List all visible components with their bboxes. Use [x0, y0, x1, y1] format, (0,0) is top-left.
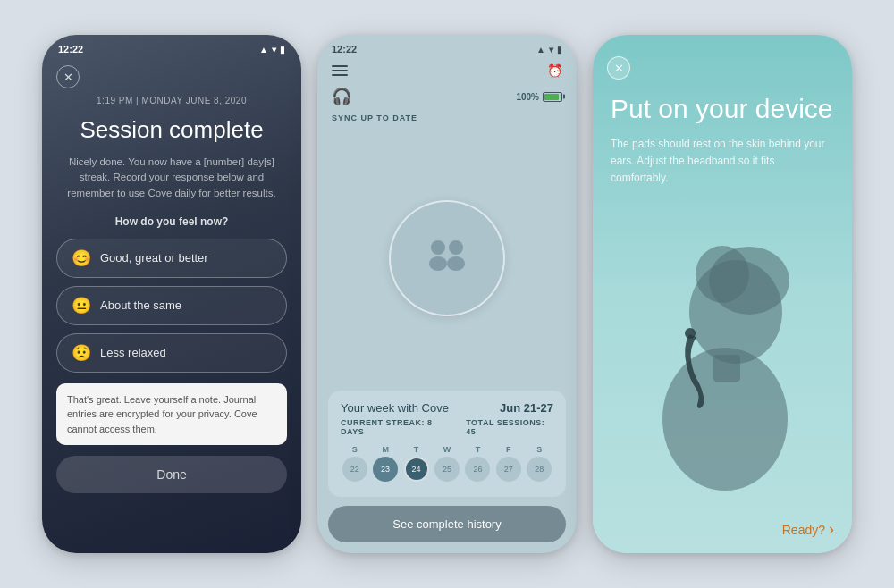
- battery-icon-2: ▮: [557, 45, 562, 55]
- feeling-question: How do you feel now?: [42, 215, 301, 228]
- status-time-1: 12:22: [58, 44, 83, 55]
- day-circle-3[interactable]: 25: [434, 457, 460, 482]
- emoji-good: 😊: [72, 248, 91, 268]
- label-good: Good, great or better: [100, 251, 208, 265]
- svg-point-6: [696, 246, 749, 303]
- close-icon-1: ✕: [63, 71, 73, 84]
- status-time-2: 12:22: [332, 44, 357, 55]
- day-col-0: S 22: [341, 445, 368, 484]
- day-label-4: T: [464, 445, 492, 454]
- status-icons-1: ▲ ▾ ▮: [259, 45, 285, 55]
- day-circle-6[interactable]: 28: [527, 457, 552, 482]
- ready-row[interactable]: Ready? ›: [782, 520, 834, 539]
- device-display: [317, 126, 577, 391]
- journal-note[interactable]: That's great. Leave yourself a note. Jou…: [56, 383, 287, 446]
- day-col-6: S 28: [526, 445, 553, 484]
- sessions-stat: TOTAL SESSIONS: 45: [466, 418, 553, 436]
- svg-point-0: [431, 240, 445, 255]
- streak-stat: CURRENT STREAK: 8 DAYS: [341, 418, 453, 436]
- session-title: Session complete: [42, 116, 301, 144]
- label-relaxed: Less relaxed: [100, 346, 166, 359]
- emoji-relaxed: 😟: [72, 343, 91, 363]
- signal-icon-2: ▲: [536, 45, 545, 55]
- option-good[interactable]: 😊 Good, great or better: [56, 239, 287, 278]
- day-num-0: 22: [350, 465, 359, 474]
- svg-point-1: [449, 240, 463, 255]
- stats-row: CURRENT STREAK: 8 DAYS TOTAL SESSIONS: 4…: [341, 418, 553, 436]
- device-circle: [389, 200, 505, 316]
- battery-fill: [544, 94, 559, 100]
- done-button[interactable]: Done: [56, 456, 287, 493]
- wifi-icon-2: ▾: [549, 45, 553, 55]
- svg-point-2: [429, 256, 447, 271]
- sync-label: SYNC UP TO DATE: [317, 113, 577, 122]
- day-circle-0[interactable]: 22: [342, 457, 367, 482]
- svg-point-8: [662, 348, 788, 491]
- battery-pct: 100%: [516, 92, 539, 102]
- menu-line-2: [332, 70, 348, 71]
- sync-device-icon: 🎧: [332, 87, 351, 106]
- day-col-4: T 26: [464, 445, 492, 484]
- phone-session-complete: 12:22 ▲ ▾ ▮ ✕ 1:19 PM | MONDAY JUNE 8, 2…: [42, 35, 301, 553]
- session-subtitle: Nicely done. You now have a [number] day…: [42, 155, 301, 201]
- day-num-4: 26: [473, 465, 482, 474]
- device-instruction-desc: The pads should rest on the skin behind …: [593, 136, 852, 188]
- battery-indicator: 100%: [516, 92, 562, 102]
- alarm-icon[interactable]: ⏰: [547, 63, 562, 78]
- day-label-1: M: [371, 445, 399, 454]
- day-col-2: T 24: [402, 445, 430, 484]
- day-circle-5[interactable]: 27: [496, 457, 521, 482]
- day-label-3: W: [433, 445, 460, 454]
- person-silhouette-svg: [593, 196, 852, 553]
- phone-put-on-device: ✕ Put on your device The pads should res…: [593, 35, 852, 553]
- week-range: Jun 21-27: [500, 401, 553, 415]
- close-button-3[interactable]: ✕: [607, 56, 630, 80]
- label-same: About the same: [100, 298, 181, 312]
- day-num-2: 24: [412, 465, 421, 474]
- battery-icon: ▮: [280, 45, 285, 55]
- day-col-3: W 25: [433, 445, 460, 484]
- sync-row: 🎧 100%: [317, 83, 577, 113]
- week-header: Your week with Cove Jun 21-27: [341, 401, 553, 415]
- day-col-1: M 23: [371, 445, 399, 484]
- close-button-1[interactable]: ✕: [56, 65, 80, 88]
- day-label-2: T: [402, 445, 430, 454]
- menu-line-1: [332, 65, 348, 67]
- day-circle-1[interactable]: 23: [373, 457, 398, 482]
- phone-week-cove: 12:22 ▲ ▾ ▮ ⏰ 🎧 100%: [317, 35, 577, 553]
- chevron-right-icon: ›: [829, 520, 834, 539]
- status-bar-1: 12:22 ▲ ▾ ▮: [42, 35, 301, 58]
- option-same[interactable]: 😐 About the same: [56, 286, 287, 325]
- menu-line-3: [332, 74, 348, 76]
- day-circle-2[interactable]: 24: [404, 457, 429, 482]
- device-instruction-title: Put on your device: [593, 87, 852, 136]
- option-relaxed[interactable]: 😟 Less relaxed: [56, 333, 287, 373]
- p2-nav-header: ⏰: [317, 58, 577, 83]
- day-num-3: 25: [443, 465, 451, 474]
- day-label-6: S: [526, 445, 553, 454]
- day-num-5: 27: [504, 465, 513, 474]
- menu-button[interactable]: [332, 65, 348, 76]
- day-circle-4[interactable]: 26: [465, 457, 490, 482]
- status-bar-3: [593, 35, 852, 47]
- header-actions: ⏰: [547, 63, 562, 78]
- status-bar-2: 12:22 ▲ ▾ ▮: [317, 35, 577, 58]
- week-title: Your week with Cove: [341, 401, 449, 415]
- days-grid: S 22 M 23 T 24: [341, 445, 553, 484]
- close-icon-3: ✕: [614, 62, 624, 75]
- emoji-same: 😐: [72, 296, 91, 315]
- day-num-6: 28: [535, 465, 544, 474]
- silhouette-area: Ready? ›: [593, 196, 852, 553]
- svg-point-9: [685, 328, 696, 339]
- battery-bar: [543, 92, 562, 102]
- p3-close-area: ✕: [593, 47, 852, 87]
- wifi-icon: ▾: [272, 45, 276, 55]
- history-button[interactable]: See complete history: [328, 506, 566, 542]
- signal-icon: ▲: [259, 45, 268, 55]
- feeling-options: 😊 Good, great or better 😐 About the same…: [42, 239, 301, 373]
- week-section: Your week with Cove Jun 21-27 CURRENT ST…: [328, 391, 566, 497]
- day-num-1: 23: [381, 465, 390, 474]
- status-icons-2: ▲ ▾ ▮: [536, 45, 562, 55]
- day-label-5: F: [494, 445, 522, 454]
- svg-point-3: [447, 256, 465, 271]
